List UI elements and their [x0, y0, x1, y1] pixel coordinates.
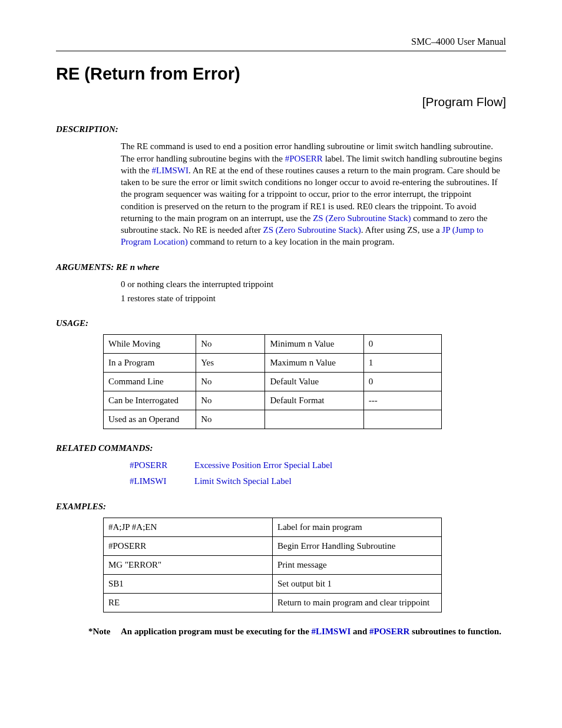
table-cell: Print message	[273, 556, 442, 575]
desc-text: . After using ZS, use a	[361, 225, 442, 235]
table-cell: Return to main program and clear trippoi…	[273, 594, 442, 612]
arguments-body: 0 or nothing clears the interrupted trip…	[121, 278, 506, 305]
arg-line: 1 restores state of trippoint	[121, 292, 506, 304]
poserr-link[interactable]: #POSERR	[285, 154, 323, 163]
table-row: MG "ERROR"Print message	[104, 556, 442, 575]
related-heading: RELATED COMMANDS:	[56, 442, 506, 454]
note: *Note An application program must be exe…	[88, 625, 506, 638]
table-cell: Maximum n Value	[265, 354, 363, 373]
table-cell	[363, 410, 441, 429]
table-cell: #A;JP #A;EN	[104, 518, 273, 537]
table-cell: Begin Error Handling Subroutine	[273, 537, 442, 556]
table-cell: Label for main program	[273, 518, 442, 537]
description-body: The RE command is used to end a position…	[121, 140, 506, 248]
manual-title: SMC–4000 User Manual	[411, 35, 506, 48]
table-row: Can be InterrogatedNoDefault Format---	[104, 391, 442, 410]
table-cell: Used as an Operand	[104, 410, 196, 429]
note-label: *Note	[88, 625, 121, 638]
related-row: #POSERRExcessive Position Error Special …	[130, 459, 506, 472]
table-cell: MG "ERROR"	[104, 556, 273, 575]
table-cell: RE	[104, 594, 273, 612]
table-cell: Can be Interrogated	[104, 391, 196, 410]
zs-link[interactable]: ZS (Zero Subroutine Stack)	[313, 213, 411, 223]
limswi-link[interactable]: #LIMSWI	[152, 166, 189, 175]
table-cell: No	[196, 410, 265, 429]
table-row: REReturn to main program and clear tripp…	[104, 594, 442, 612]
table-row: In a ProgramYesMaximum n Value1	[104, 354, 442, 373]
page-header: SMC–4000 User Manual	[56, 35, 506, 51]
table-row: #POSERRBegin Error Handling Subroutine	[104, 537, 442, 556]
table-cell: ---	[363, 391, 441, 410]
related-row: #LIMSWILimit Switch Special Label	[130, 475, 506, 487]
poserr-note-link[interactable]: #POSERR	[369, 627, 409, 636]
table-cell: Set output bit 1	[273, 575, 442, 594]
table-cell: SB1	[104, 575, 273, 594]
related-desc-link[interactable]: Excessive Position Error Special Label	[194, 459, 332, 472]
table-cell: While Moving	[104, 335, 196, 354]
table-cell: No	[196, 335, 265, 354]
examples-heading: EXAMPLES:	[56, 500, 506, 513]
description-heading: DESCRIPTION:	[56, 123, 506, 136]
table-cell: Command Line	[104, 373, 196, 391]
table-row: Command LineNoDefault Value0	[104, 373, 442, 391]
table-cell	[265, 410, 363, 429]
usage-table: While MovingNoMinimum n Value0In a Progr…	[103, 334, 442, 429]
arguments-heading: ARGUMENTS: RE n where	[56, 261, 506, 274]
page-title: RE (Return from Error)	[56, 62, 506, 86]
table-cell: No	[196, 391, 265, 410]
related-command-link[interactable]: #POSERR	[130, 459, 194, 472]
table-cell: No	[196, 373, 265, 391]
category-label: [Program Flow]	[56, 93, 506, 110]
table-cell: #POSERR	[104, 537, 273, 556]
table-row: #A;JP #A;ENLabel for main program	[104, 518, 442, 537]
note-text: An application program must be executing…	[121, 625, 501, 638]
related-desc-link[interactable]: Limit Switch Special Label	[194, 475, 292, 487]
table-cell: Default Value	[265, 373, 363, 391]
table-cell: 0	[363, 335, 441, 354]
table-cell: Minimum n Value	[265, 335, 363, 354]
table-cell: In a Program	[104, 354, 196, 373]
arg-line: 0 or nothing clears the interrupted trip…	[121, 278, 506, 290]
table-cell: Default Format	[265, 391, 363, 410]
related-command-link[interactable]: #LIMSWI	[130, 475, 194, 487]
zs-link-2[interactable]: ZS (Zero Subroutine Stack)	[263, 225, 361, 235]
usage-heading: USAGE:	[56, 317, 506, 330]
table-row: SB1Set output bit 1	[104, 575, 442, 594]
table-cell: 0	[363, 373, 441, 391]
table-row: While MovingNoMinimum n Value0	[104, 335, 442, 354]
table-cell: Yes	[196, 354, 265, 373]
examples-table: #A;JP #A;ENLabel for main program#POSERR…	[103, 518, 442, 612]
limswi-note-link[interactable]: #LIMSWI	[312, 627, 351, 636]
table-cell: 1	[363, 354, 441, 373]
table-row: Used as an OperandNo	[104, 410, 442, 429]
desc-text: command to return to a key location in t…	[188, 237, 395, 246]
